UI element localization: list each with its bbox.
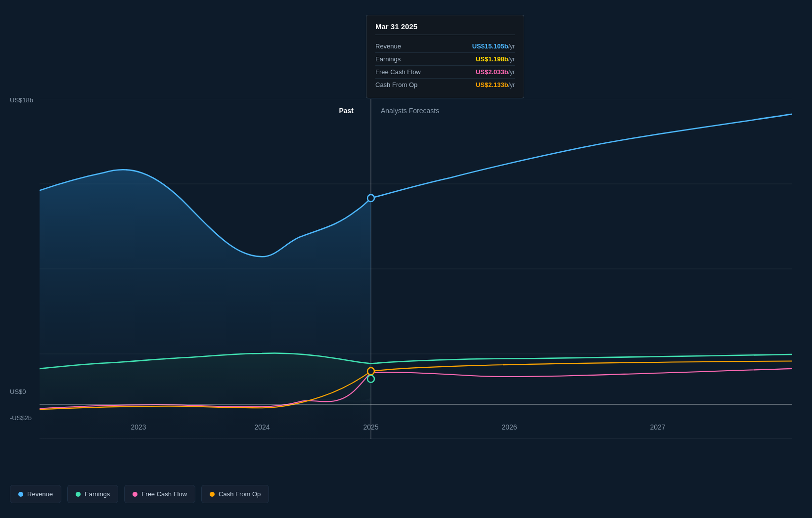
tooltip-row-cfop: Cash From Op US$2.133b/yr: [375, 79, 515, 91]
tooltip-label-earnings: Earnings: [375, 55, 401, 63]
svg-text:Past: Past: [339, 107, 354, 115]
legend-earnings[interactable]: Earnings: [67, 485, 118, 503]
legend-label-cfop: Cash From Op: [219, 490, 261, 498]
legend-label-revenue: Revenue: [27, 490, 53, 498]
chart-legend: Revenue Earnings Free Cash Flow Cash Fro…: [10, 485, 269, 503]
legend-dot-revenue: [18, 492, 23, 497]
y-axis-neg: -US$2b: [10, 414, 32, 422]
tooltip-row-fcf: Free Cash Flow US$2.033b/yr: [375, 66, 515, 79]
y-axis-top: US$18b: [10, 96, 33, 104]
svg-text:2025: 2025: [363, 423, 378, 431]
svg-text:2023: 2023: [131, 423, 146, 431]
svg-text:Analysts Forecasts: Analysts Forecasts: [381, 107, 439, 115]
tooltip-value-earnings: US$1.198b/yr: [476, 55, 515, 63]
svg-point-11: [367, 368, 374, 375]
tooltip-row-revenue: Revenue US$15.105b/yr: [375, 40, 515, 53]
legend-revenue[interactable]: Revenue: [10, 485, 61, 503]
y-axis-zero: US$0: [10, 388, 26, 395]
chart-svg: Past Analysts Forecasts 2023 2024 2025 2…: [40, 99, 792, 439]
tooltip-label-fcf: Free Cash Flow: [375, 68, 421, 76]
tooltip-value-fcf: US$2.033b/yr: [476, 68, 515, 76]
svg-point-10: [367, 195, 374, 202]
svg-text:2024: 2024: [254, 423, 270, 431]
legend-cfop[interactable]: Cash From Op: [201, 485, 269, 503]
tooltip: Mar 31 2025 Revenue US$15.105b/yr Earnin…: [366, 15, 524, 98]
legend-dot-fcf: [133, 492, 137, 497]
tooltip-date: Mar 31 2025: [375, 22, 515, 35]
legend-dot-earnings: [76, 492, 81, 497]
svg-point-12: [367, 375, 374, 382]
tooltip-value-cfop: US$2.133b/yr: [476, 81, 515, 88]
legend-dot-cfop: [210, 492, 215, 497]
legend-fcf[interactable]: Free Cash Flow: [124, 485, 195, 503]
tooltip-label-revenue: Revenue: [375, 43, 401, 50]
svg-text:2027: 2027: [650, 423, 665, 431]
legend-label-fcf: Free Cash Flow: [141, 490, 187, 498]
tooltip-row-earnings: Earnings US$1.198b/yr: [375, 53, 515, 66]
tooltip-label-cfop: Cash From Op: [375, 81, 417, 88]
svg-text:2026: 2026: [501, 423, 517, 431]
tooltip-value-revenue: US$15.105b/yr: [472, 43, 515, 50]
legend-label-earnings: Earnings: [85, 490, 110, 498]
